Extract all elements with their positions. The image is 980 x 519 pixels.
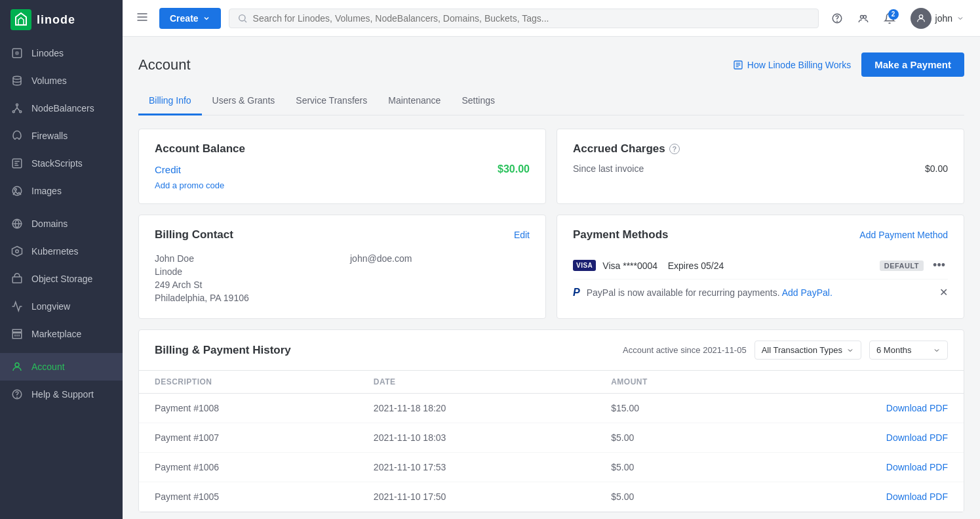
paypal-notice-text: PayPal is now available for recurring pa… bbox=[587, 287, 833, 298]
notifications-button[interactable]: 2 bbox=[879, 8, 900, 29]
page-header: Account How Linode Billing Works Make a … bbox=[138, 52, 964, 77]
svg-point-21 bbox=[863, 15, 867, 18]
tab-maintenance[interactable]: Maintenance bbox=[378, 87, 451, 115]
page-header-actions: How Linode Billing Works Make a Payment bbox=[733, 52, 964, 77]
add-promo-code-link[interactable]: Add a promo code bbox=[155, 180, 530, 190]
kubernetes-icon bbox=[10, 245, 24, 258]
account-active-since: Account active since 2021-11-05 bbox=[623, 345, 747, 355]
edit-billing-contact-link[interactable]: Edit bbox=[514, 230, 530, 240]
sidebar-item-nodebalancers[interactable]: NodeBalancers bbox=[0, 94, 123, 122]
sidebar-item-object-storage[interactable]: Object Storage bbox=[0, 265, 123, 293]
accrued-amount: $0.00 bbox=[925, 163, 948, 174]
sidebar-item-account[interactable]: Account bbox=[0, 353, 123, 381]
search-input[interactable] bbox=[253, 13, 810, 24]
linodes-icon bbox=[10, 47, 24, 60]
svg-point-4 bbox=[16, 104, 18, 106]
hamburger-button[interactable] bbox=[133, 8, 151, 28]
topbar: Create 2 john bbox=[123, 0, 980, 37]
help-icon-button[interactable] bbox=[827, 8, 848, 29]
add-paypal-link[interactable]: Add PayPal. bbox=[782, 287, 833, 298]
sidebar-item-volumes-label: Volumes bbox=[31, 75, 67, 86]
download-pdf-link[interactable]: Download PDF bbox=[886, 491, 948, 502]
search-icon bbox=[237, 13, 248, 24]
sidebar-item-longview-label: Longview bbox=[31, 301, 70, 312]
default-badge: DEFAULT bbox=[880, 260, 924, 271]
row-amount: $5.00 bbox=[595, 453, 751, 482]
billing-history-header: Billing & Payment History Account active… bbox=[139, 330, 964, 371]
create-button[interactable]: Create bbox=[159, 8, 221, 29]
middle-cards-row: Billing Contact Edit John Doe Linode 249… bbox=[138, 215, 964, 319]
accrued-charges-title: Accrued Charges ? bbox=[573, 142, 948, 156]
sidebar-item-images-label: Images bbox=[31, 186, 62, 196]
notification-count: 2 bbox=[888, 9, 899, 20]
col-description: Description bbox=[139, 371, 358, 394]
row-action[interactable]: Download PDF bbox=[751, 423, 964, 453]
accrued-row: Since last invoice $0.00 bbox=[573, 163, 948, 174]
svg-point-17 bbox=[239, 14, 245, 20]
main-area: Create 2 john bbox=[123, 0, 980, 519]
download-pdf-link[interactable]: Download PDF bbox=[886, 462, 948, 472]
table-row: Payment #1006 2021-11-10 17:53 $5.00 Dow… bbox=[139, 453, 964, 482]
row-date: 2021-11-10 18:03 bbox=[358, 423, 595, 453]
months-dropdown[interactable]: 6 Months bbox=[869, 341, 948, 360]
accrued-charges-help-icon[interactable]: ? bbox=[669, 144, 680, 154]
help-support-icon bbox=[10, 388, 24, 401]
sidebar: linode Linodes Volumes NodeBalancers Fir… bbox=[0, 0, 123, 519]
download-pdf-link[interactable]: Download PDF bbox=[886, 432, 948, 443]
sidebar-item-domains[interactable]: Domains bbox=[0, 210, 123, 238]
close-paypal-notice-button[interactable]: ✕ bbox=[939, 286, 948, 299]
credit-label: Credit bbox=[155, 164, 181, 175]
how-billing-link[interactable]: How Linode Billing Works bbox=[733, 60, 851, 70]
table-row: Payment #1007 2021-11-10 18:03 $5.00 Dow… bbox=[139, 423, 964, 453]
svg-point-9 bbox=[14, 188, 16, 190]
tab-billing-info[interactable]: Billing Info bbox=[138, 87, 202, 115]
sidebar-item-help-support[interactable]: Help & Support bbox=[0, 381, 123, 408]
tab-service-transfers[interactable]: Service Transfers bbox=[285, 87, 378, 115]
topbar-icons: 2 john bbox=[827, 5, 970, 31]
user-menu[interactable]: john bbox=[905, 5, 970, 31]
row-action[interactable]: Download PDF bbox=[751, 482, 964, 512]
sidebar-item-longview[interactable]: Longview bbox=[0, 293, 123, 320]
domains-icon bbox=[10, 217, 24, 230]
make-payment-button[interactable]: Make a Payment bbox=[861, 52, 964, 77]
sidebar-item-firewalls-label: Firewalls bbox=[31, 131, 68, 141]
linode-wordmark: linode bbox=[37, 13, 75, 27]
row-amount: $15.00 bbox=[595, 394, 751, 423]
how-billing-label: How Linode Billing Works bbox=[747, 60, 851, 70]
tab-settings[interactable]: Settings bbox=[451, 87, 505, 115]
sidebar-item-marketplace[interactable]: Marketplace bbox=[0, 320, 123, 348]
chevron-down-icon bbox=[846, 346, 854, 354]
contact-address1: 249 Arch St bbox=[155, 278, 334, 291]
row-action[interactable]: Download PDF bbox=[751, 394, 964, 423]
transaction-type-dropdown[interactable]: All Transaction Types bbox=[755, 341, 861, 360]
sidebar-item-kubernetes-label: Kubernetes bbox=[31, 246, 79, 257]
credit-value: $30.00 bbox=[498, 163, 530, 175]
sidebar-item-volumes[interactable]: Volumes bbox=[0, 67, 123, 94]
col-amount: Amount bbox=[595, 371, 751, 394]
row-description: Payment #1008 bbox=[139, 394, 358, 423]
longview-icon bbox=[10, 300, 24, 313]
payment-methods-title: Payment Methods bbox=[573, 228, 668, 241]
row-amount: $5.00 bbox=[595, 423, 751, 453]
sidebar-item-kubernetes[interactable]: Kubernetes bbox=[0, 238, 123, 265]
sidebar-item-images[interactable]: Images bbox=[0, 177, 123, 205]
images-icon bbox=[10, 184, 24, 197]
sidebar-item-linodes[interactable]: Linodes bbox=[0, 39, 123, 67]
svg-point-5 bbox=[12, 111, 14, 113]
top-cards-row: Account Balance Credit $30.00 Add a prom… bbox=[138, 129, 964, 204]
row-action[interactable]: Download PDF bbox=[751, 453, 964, 482]
contact-name: John Doe bbox=[155, 252, 334, 265]
sidebar-item-linodes-label: Linodes bbox=[31, 48, 64, 58]
sidebar-item-stackscripts[interactable]: StackScripts bbox=[0, 150, 123, 177]
contact-company: Linode bbox=[155, 265, 334, 278]
svg-point-6 bbox=[20, 111, 22, 113]
chevron-down-icon bbox=[956, 14, 964, 22]
visa-more-button[interactable]: ••• bbox=[930, 259, 948, 272]
sidebar-item-firewalls[interactable]: Firewalls bbox=[0, 122, 123, 150]
col-date: Date bbox=[358, 371, 595, 394]
tab-users-grants[interactable]: Users & Grants bbox=[202, 87, 286, 115]
community-icon-button[interactable] bbox=[853, 8, 874, 29]
sidebar-item-help-support-label: Help & Support bbox=[31, 389, 94, 400]
download-pdf-link[interactable]: Download PDF bbox=[886, 403, 948, 413]
add-payment-method-link[interactable]: Add Payment Method bbox=[859, 230, 948, 240]
